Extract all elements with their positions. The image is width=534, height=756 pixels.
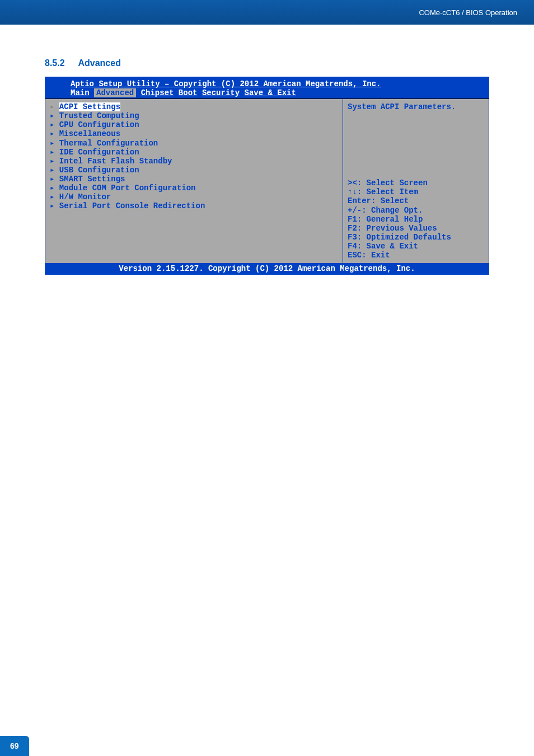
menu-row-selected[interactable]: ▸ ACPI Settings [50, 102, 338, 111]
menu-row[interactable]: ▸ Thermal Configuration [50, 139, 338, 148]
content-area: 8.5.2 Advanced Aptio Setup Utility – Cop… [0, 25, 534, 286]
bios-footer: Version 2.15.1227. Copyright (C) 2012 Am… [45, 263, 489, 274]
menu-row[interactable]: ▸ H/W Monitor [50, 192, 338, 201]
help-key: F2: Previous Values [348, 224, 484, 233]
section-heading: 8.5.2 Advanced [45, 58, 489, 68]
tab-boot[interactable]: Boot [179, 88, 198, 97]
bios-body: ▸ ACPI Settings ▸ Trusted Computing ▸ CP… [45, 98, 489, 263]
help-key: ESC: Exit [348, 251, 484, 260]
help-key: Enter: Select [348, 196, 484, 205]
help-panel: System ACPI Parameters. ><: Select Scree… [343, 99, 489, 263]
bios-screenshot: Aptio Setup Utility – Copyright (C) 2012… [45, 77, 489, 275]
help-key: ↑↓: Select Item [348, 187, 484, 196]
menu-row[interactable]: ▸ USB Configuration [50, 166, 338, 175]
spacer [348, 111, 484, 179]
tab-save-exit[interactable]: Save & Exit [245, 88, 296, 97]
section-title-text: Advanced [78, 58, 120, 68]
help-key: +/-: Change Opt. [348, 206, 484, 215]
menu-row[interactable]: ▸ Intel Fast Flash Standby [50, 157, 338, 166]
help-key: F4: Save & Exit [348, 242, 484, 251]
help-key: ><: Select Screen [348, 179, 484, 187]
menu-row[interactable]: ▸ Trusted Computing [50, 111, 338, 120]
header-bar: COMe-cCT6 / BIOS Operation [0, 0, 534, 25]
help-key: F1: General Help [348, 215, 484, 224]
page-number: 69 [0, 736, 29, 756]
menu-row[interactable]: ▸ IDE Configuration [50, 148, 338, 157]
menu-row[interactable]: ▸ Module COM Port Configuration [50, 184, 338, 192]
menu-row[interactable]: ▸ SMART Settings [50, 175, 338, 184]
tab-advanced[interactable]: Advanced [94, 88, 136, 97]
help-key: F3: Optimized Defaults [348, 233, 484, 242]
tab-chipset[interactable]: Chipset [141, 88, 174, 97]
tab-security[interactable]: Security [202, 88, 240, 97]
help-description: System ACPI Parameters. [348, 102, 484, 111]
menu-panel: ▸ ACPI Settings ▸ Trusted Computing ▸ CP… [45, 99, 343, 263]
bios-title: Aptio Setup Utility – Copyright (C) 2012… [51, 79, 483, 88]
menu-row[interactable]: ▸ Serial Port Console Redirection [50, 201, 338, 210]
bios-tabs: Main Advanced Chipset Boot Security Save… [51, 88, 483, 97]
tab-main[interactable]: Main [71, 88, 90, 97]
bios-header: Aptio Setup Utility – Copyright (C) 2012… [45, 77, 489, 98]
menu-row[interactable]: ▸ Miscellaneous [50, 129, 338, 138]
breadcrumb-text: COMe-cCT6 / BIOS Operation [419, 8, 517, 17]
menu-row[interactable]: ▸ CPU Configuration [50, 120, 338, 129]
section-number: 8.5.2 [45, 58, 65, 68]
